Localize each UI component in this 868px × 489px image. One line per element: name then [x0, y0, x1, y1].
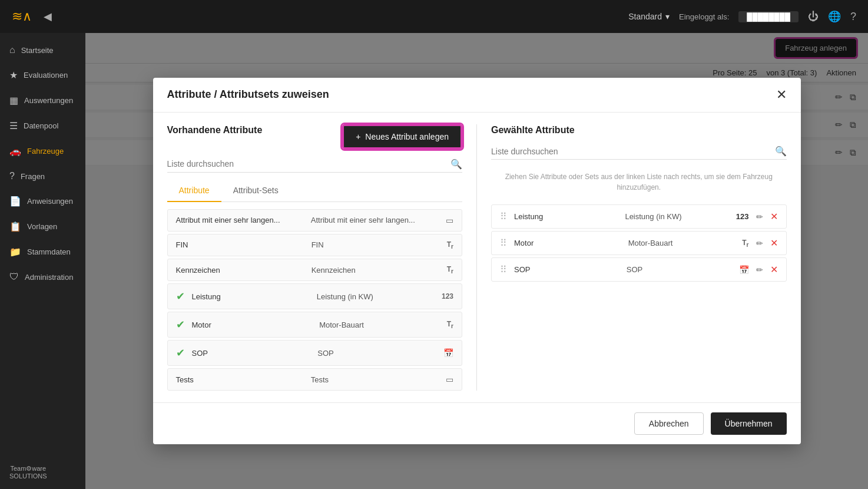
standard-dropdown[interactable]: Standard ▾ [628, 12, 670, 21]
modal-title: Attribute / Attributsets zuweisen [167, 88, 329, 101]
list-item[interactable]: ✔ Leistung Leistung (in KW) 123 [167, 283, 463, 309]
sidebar-label-fragen: Fragen [21, 172, 45, 181]
tab-attribute[interactable]: Attribute [167, 180, 221, 202]
sel-name: SOP [514, 265, 619, 274]
sidebar-label-datenpool: Datenpool [24, 121, 58, 130]
attr-name: SOP [192, 349, 311, 358]
sidebar-item-fahrzeuge[interactable]: 🚗 Fahrzeuge [0, 138, 85, 164]
cancel-button[interactable]: Abbrechen [634, 412, 704, 435]
attr-name: Attribut mit einer sehr langen... [176, 216, 304, 224]
sidebar-item-vorlagen[interactable]: 📋 Vorlagen [0, 214, 85, 239]
list-item[interactable]: ✔ SOP SOP 📅 [167, 340, 463, 366]
drag-handle[interactable]: ⠿ [500, 264, 507, 275]
logged-in-value: ████████ [738, 11, 799, 22]
tab-attribut-sets[interactable]: Attribut-Sets [221, 180, 290, 202]
right-search-input[interactable] [491, 147, 775, 156]
attr-name: FIN [176, 240, 304, 249]
type-icon: 123 [442, 292, 453, 300]
shield-icon: 🛡 [9, 272, 19, 282]
folder-icon: 📁 [9, 246, 21, 257]
edit-icon[interactable]: ✏ [756, 265, 763, 275]
check-icon: ✔ [176, 290, 185, 303]
new-attribute-button[interactable]: + Neues Attribut anlegen [342, 124, 462, 149]
right-search-bar: 🔍 [491, 143, 787, 160]
sel-num: 123 [736, 212, 749, 221]
modal-header: Attribute / Attributsets zuweisen ✕ [153, 78, 801, 113]
logo-icon: ≋∧ [12, 9, 32, 24]
modal-footer: Abbrechen Übernehmen [153, 402, 801, 444]
list-item[interactable]: FIN FIN Tr [167, 234, 463, 256]
left-panel: Vorhandene Attribute + Neues Attribut an… [167, 124, 463, 391]
right-panel: Gewählte Attribute 🔍 Ziehen Sie Attribut… [491, 124, 787, 391]
drag-handle[interactable]: ⠿ [500, 237, 507, 249]
right-panel-header: Gewählte Attribute [491, 124, 787, 137]
left-search-input[interactable] [167, 159, 451, 168]
right-panel-heading: Gewählte Attribute [491, 124, 575, 137]
sidebar-item-auswertungen[interactable]: ▦ Auswertungen [0, 88, 85, 113]
attr-value: Tests [311, 375, 439, 384]
left-search-bar: 🔍 [167, 156, 463, 173]
standard-label: Standard [628, 12, 662, 21]
sidebar-item-administration[interactable]: 🛡 Administration [0, 265, 85, 289]
apply-button[interactable]: Übernehmen [711, 412, 787, 435]
teamware-logo: Team⚙wareSOLUTIONS [9, 465, 47, 480]
edit-icon[interactable]: ✏ [756, 239, 763, 248]
sidebar-item-evaluationen[interactable]: ★ Evaluationen [0, 62, 85, 88]
topbar-right: Standard ▾ Eingeloggt als: ████████ ⏻ 🌐 … [628, 10, 856, 23]
sidebar-label-vorlagen: Vorlagen [27, 222, 57, 231]
sel-value: Leistung (in KW) [625, 212, 728, 221]
delete-icon[interactable]: ✕ [770, 211, 778, 222]
attr-value: FIN [312, 240, 440, 249]
main-layout: ⌂ Startseite ★ Evaluationen ▦ Auswertung… [0, 33, 868, 489]
selected-list: ⠿ Leistung Leistung (in KW) 123 ✏ ✕ ⠿ Mo… [491, 204, 787, 391]
sidebar-item-datenpool[interactable]: ☰ Datenpool [0, 113, 85, 138]
sidebar-item-startseite[interactable]: ⌂ Startseite [0, 38, 85, 62]
content-area: Fahrzeug anlegen Pro Seite: 25 von 3 (To… [85, 33, 868, 489]
attr-value: Leistung (in KW) [317, 292, 435, 301]
sidebar-item-stammdaten[interactable]: 📁 Stammdaten [0, 239, 85, 265]
globe-icon[interactable]: 🌐 [828, 10, 841, 23]
type-icon: Tr [447, 320, 453, 329]
edit-icon[interactable]: ✏ [756, 212, 763, 222]
sidebar-item-anweisungen[interactable]: 📄 Anweisungen [0, 189, 85, 214]
panel-divider [476, 124, 477, 391]
modal-close-button[interactable]: ✕ [776, 88, 787, 101]
list-item[interactable]: Kennzeichen Kennzeichen Tr [167, 259, 463, 281]
type-icon: Tr [447, 240, 453, 250]
attr-value: Motor-Bauart [319, 321, 440, 329]
star-icon: ★ [9, 70, 18, 81]
list-icon: ☰ [9, 120, 18, 131]
type-icon: ▭ [446, 375, 453, 384]
dropdown-icon: ▾ [665, 12, 670, 21]
car-icon: 🚗 [9, 146, 21, 157]
sidebar-item-fragen[interactable]: ? Fragen [0, 164, 85, 189]
attr-value: Kennzeichen [312, 266, 440, 275]
delete-icon[interactable]: ✕ [770, 264, 778, 275]
type-icon: 📅 [443, 348, 453, 358]
sel-value: Motor-Bauart [628, 239, 736, 247]
sidebar-bottom: Team⚙wareSOLUTIONS [0, 455, 85, 489]
type-icon: ▭ [446, 216, 453, 225]
help-icon[interactable]: ? [850, 11, 856, 23]
template-icon: 📋 [9, 221, 21, 232]
drag-handle[interactable]: ⠿ [500, 211, 507, 222]
type-icon: 📅 [739, 265, 749, 275]
sidebar-label-startseite: Startseite [21, 46, 54, 55]
type-icon: Tr [742, 239, 748, 248]
delete-icon[interactable]: ✕ [770, 237, 778, 249]
sidebar-label-fahrzeuge: Fahrzeuge [27, 147, 64, 156]
collapse-button[interactable]: ◀ [44, 10, 52, 23]
logout-icon[interactable]: ⏻ [808, 11, 819, 23]
list-item[interactable]: Attribut mit einer sehr langen... Attrib… [167, 209, 463, 232]
topbar-left: ≋∧ ◀ [12, 9, 52, 24]
attribute-list: Attribut mit einer sehr langen... Attrib… [167, 209, 463, 391]
home-icon: ⌂ [9, 45, 15, 55]
modal-body: Vorhandene Attribute + Neues Attribut an… [153, 113, 801, 403]
selected-item: ⠿ Motor Motor-Bauart Tr ✏ ✕ [491, 231, 787, 255]
sel-name: Motor [514, 239, 621, 247]
list-item[interactable]: Tests Tests ▭ [167, 368, 463, 391]
list-item[interactable]: ✔ Motor Motor-Bauart Tr [167, 312, 463, 338]
topbar: ≋∧ ◀ Standard ▾ Eingeloggt als: ████████… [0, 0, 868, 33]
left-panel-heading: Vorhandene Attribute [167, 124, 263, 137]
doc-icon: 📄 [9, 196, 21, 207]
